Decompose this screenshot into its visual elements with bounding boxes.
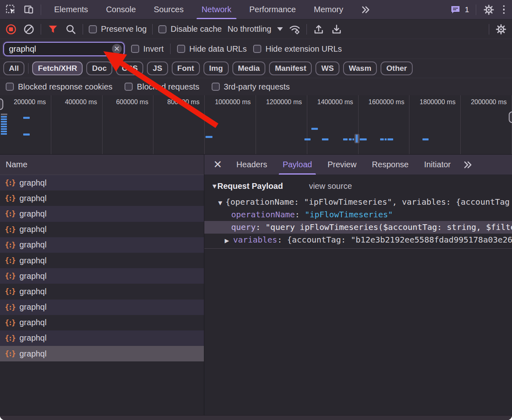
chip-css[interactable]: CSS (116, 61, 143, 75)
tab-elements[interactable]: Elements (45, 0, 97, 19)
chip-all[interactable]: All (3, 61, 24, 75)
request-timing-bar (1, 133, 7, 135)
request-timing-bar (387, 138, 393, 140)
request-timing-bar (360, 138, 367, 140)
more-tabs-chevron-icon[interactable] (352, 0, 380, 19)
request-row[interactable]: {:}graphql (0, 175, 204, 190)
chip-ws[interactable]: WS (315, 61, 339, 75)
collapse-triangle-icon[interactable]: ▼ (212, 183, 217, 189)
timeline-scroll-grip-right[interactable] (509, 112, 512, 123)
network-conditions-icon[interactable] (289, 23, 301, 35)
fetch-xhr-icon: {:} (5, 225, 15, 234)
divider (152, 24, 153, 35)
hide-extension-urls-checkbox[interactable]: Hide extension URLs (253, 44, 342, 54)
close-details-icon[interactable]: ✕ (204, 155, 229, 175)
device-toolbar-icon[interactable] (23, 4, 35, 16)
export-har-icon[interactable] (330, 23, 343, 35)
invert-checkbox[interactable]: Invert (131, 44, 164, 54)
request-row[interactable]: {:}graphql (0, 268, 204, 284)
chip-font[interactable]: Font (172, 61, 200, 75)
checkbox-box (89, 25, 97, 33)
request-row[interactable]: {:}graphql (0, 190, 204, 206)
request-row[interactable]: {:}graphql (0, 330, 204, 346)
request-timing-bar (1, 116, 7, 118)
tab-sources[interactable]: Sources (145, 0, 193, 19)
checkbox-box (212, 83, 220, 91)
collapsed-triangle-icon[interactable]: ▶ (225, 237, 229, 244)
preserve-log-checkbox[interactable]: Preserve log (89, 24, 147, 34)
blocked-response-cookies-checkbox[interactable]: Blocked response cookies (6, 82, 112, 92)
request-row[interactable]: {:}graphql (0, 300, 204, 315)
chip-doc[interactable]: Doc (86, 61, 112, 75)
chip-img[interactable]: Img (203, 61, 229, 75)
more-detail-tabs-chevron-icon[interactable] (458, 155, 478, 175)
tab-headers[interactable]: Headers (229, 155, 275, 175)
chip-manifest[interactable]: Manifest (269, 61, 312, 75)
network-settings-gear-icon[interactable] (495, 23, 507, 35)
request-row[interactable]: {:}graphql (0, 346, 204, 361)
blocked-response-cookies-label: Blocked response cookies (18, 82, 112, 92)
disable-cache-checkbox[interactable]: Disable cache (158, 24, 222, 34)
payload-json-tree: ▼{operationName: "ipFlowTimeseries", var… (204, 196, 512, 249)
chip-other[interactable]: Other (381, 61, 413, 75)
tab-performance[interactable]: Performance (241, 0, 305, 19)
expand-triangle-icon[interactable]: ▼ (218, 200, 222, 206)
request-name: graphql (20, 240, 47, 249)
throttling-dropdown[interactable]: No throttling (228, 24, 283, 34)
third-party-requests-checkbox[interactable]: 3rd-party requests (212, 82, 290, 92)
settings-gear-icon[interactable] (483, 4, 495, 16)
chip-fetch-xhr[interactable]: Fetch/XHR (32, 61, 83, 75)
query-row[interactable]: query: "query ipFlowTimeseries($accountT… (204, 221, 512, 234)
search-icon[interactable] (65, 23, 77, 35)
request-row[interactable]: {:}graphql (0, 253, 204, 268)
chip-media[interactable]: Media (232, 61, 266, 75)
timeline-tick: 1400000 ms (307, 95, 359, 154)
name-column-header[interactable]: Name (0, 155, 204, 175)
filter-funnel-icon[interactable] (47, 23, 59, 35)
timeline-tick: 1000000 ms (205, 95, 256, 154)
variables-row[interactable]: ▶variables: {accountTag: "b12e3b2192ee55… (204, 234, 512, 246)
inspect-element-icon[interactable] (5, 4, 17, 16)
blocked-requests-checkbox[interactable]: Blocked requests (125, 82, 199, 92)
record-network-log-icon[interactable] (5, 23, 17, 35)
filter-input[interactable] (4, 44, 124, 54)
divider (41, 24, 41, 35)
request-row[interactable]: {:}graphql (0, 284, 204, 299)
chip-js[interactable]: JS (147, 61, 168, 75)
checkbox-box (131, 45, 139, 53)
hide-data-urls-checkbox[interactable]: Hide data URLs (177, 44, 247, 54)
tab-memory[interactable]: Memory (305, 0, 352, 19)
more-options-kebab-icon[interactable] (501, 4, 507, 16)
network-overview-timeline[interactable]: 200000 ms400000 ms600000 ms800000 ms1000… (0, 95, 512, 155)
devtools-window: Elements Console Sources Network Perform… (0, 0, 512, 420)
tab-initiator[interactable]: Initiator (416, 155, 459, 175)
operation-name-row[interactable]: operationName: "ipFlowTimeseries" (204, 208, 512, 221)
tab-console[interactable]: Console (97, 0, 144, 19)
preserve-log-label: Preserve log (101, 24, 147, 34)
request-row[interactable]: {:}graphql (0, 206, 204, 221)
network-toolbar: Preserve log Disable cache No throttling (0, 20, 512, 39)
checkbox-box (177, 45, 185, 53)
tab-payload[interactable]: Payload (275, 155, 319, 175)
tab-network[interactable]: Network (193, 0, 240, 19)
fetch-xhr-icon: {:} (5, 287, 15, 295)
view-source-link[interactable]: view source (309, 182, 352, 191)
chip-wasm[interactable]: Wasm (343, 61, 377, 75)
tab-preview[interactable]: Preview (320, 155, 364, 175)
request-row[interactable]: {:}graphql (0, 222, 204, 237)
request-name: graphql (20, 349, 47, 359)
timeline-scroll-grip-left[interactable] (0, 98, 3, 110)
request-row[interactable]: {:}graphql (0, 315, 204, 330)
payload-root-row[interactable]: ▼{operationName: "ipFlowTimeseries", var… (204, 196, 512, 208)
request-name: graphql (20, 194, 47, 203)
request-row[interactable]: {:}graphql (0, 237, 204, 253)
clear-network-log-icon[interactable] (23, 23, 35, 35)
issues-count: 1 (465, 5, 469, 14)
import-har-icon[interactable] (313, 23, 325, 35)
clear-filter-icon[interactable]: ✕ (112, 44, 122, 54)
tab-response[interactable]: Response (364, 155, 416, 175)
request-timing-bar (304, 138, 311, 140)
issues-message-icon[interactable] (449, 4, 462, 16)
timeline-tick: 400000 ms (51, 95, 103, 154)
checkbox-box (158, 25, 166, 33)
